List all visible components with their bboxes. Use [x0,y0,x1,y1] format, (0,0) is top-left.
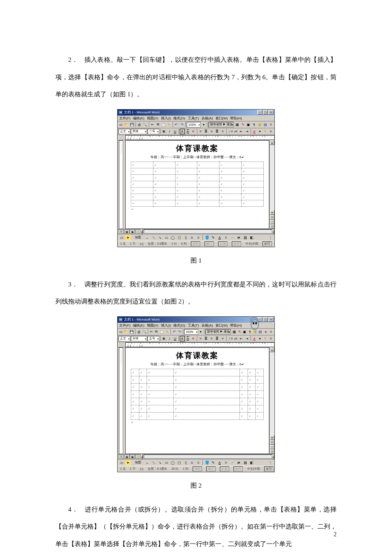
vertical-ruler[interactable]: - - - - - - - - - - - - [118,347,125,454]
select-objects-icon[interactable]: ➤ [125,235,131,240]
dash-style-icon[interactable]: ┄ [230,460,235,465]
shadow-icon[interactable]: ▨ [242,460,248,465]
menu-file[interactable]: 文件(F) [119,323,130,328]
line-color-icon[interactable]: ✎ [210,460,216,465]
menu-view[interactable]: 视图(V) [147,116,159,121]
bullets-icon[interactable]: •≡ [233,129,239,134]
helper-combo[interactable]: 新华省简 ▶ 播放 [205,329,231,335]
draw-menu-icon[interactable]: ▭ [119,235,124,240]
line-color-icon[interactable]: ✎ [210,235,216,240]
menu-edit[interactable]: 编辑(E) [133,116,144,121]
toolbar-more-icon[interactable]: ≡ [268,129,274,134]
numbering-icon[interactable]: ⋮≡ [228,129,233,134]
menu-edit[interactable]: 编辑(E) [133,323,144,328]
justify-icon[interactable]: ≣ [215,129,220,134]
maximize-button[interactable]: □ [263,317,268,322]
copy-icon[interactable]: ⧉ [154,329,159,335]
menu-window[interactable]: 窗口(W) [216,323,228,328]
horizontal-ruler[interactable]: ｜2｜｜4｜｜6｜｜8｜｜10｜｜12｜｜14｜｜16｜｜18｜｜20｜｜22｜… [118,135,274,140]
underline-icon[interactable]: U [173,129,178,134]
textbox-icon[interactable]: ▢ [176,235,182,240]
drawing-icon[interactable]: ✎ [237,329,242,335]
clipart-icon[interactable]: ☺ [196,235,201,240]
char-border-icon[interactable]: A [180,129,185,134]
rectangle-icon[interactable]: ▭ [164,460,169,465]
document-map-icon[interactable]: ▣ [242,329,247,335]
save-icon[interactable]: 💾 [129,329,134,335]
menu-table[interactable]: 表格(A) [202,116,213,121]
menu-tools[interactable]: 工具(T) [188,116,199,121]
document-page[interactable]: 体育课教案 年级：高一······学期：上学期···体育教师：孙华楚······… [125,140,269,229]
horizontal-scrollbar[interactable] [144,229,272,234]
clipart-icon[interactable]: ☺ [196,460,201,465]
font-color-draw-icon[interactable]: A [217,460,222,465]
paste-icon[interactable]: 📋 [161,122,166,127]
draw-menu-label[interactable]: 绘图 [135,235,141,240]
document-page[interactable]: 体育课教案 年级：高一······学期：上学期···体育教师：孙华楚······… [125,347,269,454]
justify-icon[interactable]: ≣ [215,336,220,341]
scroll-up-icon[interactable]: ▴ [270,140,274,145]
copy-icon[interactable]: ⧉ [156,122,161,127]
scroll-right-icon[interactable]: ▸ [272,229,274,234]
undo-icon[interactable]: ↶ [172,329,176,335]
font-size-combo[interactable]: 二号 [147,129,159,134]
wordart-icon[interactable]: A [189,460,195,465]
vertical-ruler[interactable]: - - - - - - - - - - [118,140,125,229]
columns-icon[interactable]: ▦ [232,329,236,335]
distribute-icon[interactable]: ≡ [220,129,225,134]
insert-table-icon[interactable]: ▦ [253,329,257,335]
outline-view-icon[interactable]: ⋮ [135,454,141,459]
document-map-icon[interactable]: ▣ [246,122,251,127]
align-left-icon[interactable]: ≡ [198,129,203,134]
highlight-icon[interactable]: ✎ [263,336,268,341]
shadow-icon[interactable]: ▨ [242,235,248,240]
prev-page-icon[interactable]: ± [270,215,274,220]
vertical-scrollbar[interactable]: ▴ ▾ ± ○ ∓ [269,347,274,454]
new-doc-icon[interactable]: ▭ [118,122,124,127]
open-icon[interactable]: 📂 [124,329,129,335]
char-scaling-icon[interactable]: ✕ [191,336,196,341]
fill-color-icon[interactable]: 🪣 [204,460,210,465]
font-combo[interactable]: 宋体 [131,336,147,341]
menu-format[interactable]: 格式(O) [173,116,185,121]
new-doc-icon[interactable]: ▭ [118,329,123,335]
increase-indent-icon[interactable]: ⇥ [245,336,250,341]
close-button[interactable]: × [268,110,274,115]
scroll-down-icon[interactable]: ▾ [270,435,274,440]
font-combo[interactable]: 黑体 [131,129,147,134]
menu-file[interactable]: 文件(F) [119,116,130,121]
next-page-icon[interactable]: ∓ [270,224,274,229]
dropdown-icon[interactable]: ▾ [199,329,203,335]
font-size-combo[interactable]: 五号 [147,336,159,341]
menu-table[interactable]: 表格(A) [202,323,213,328]
normal-view-icon[interactable]: ≡ [118,454,124,459]
align-right-icon[interactable]: ≡ [209,336,214,341]
menu-help[interactable]: 帮助(H) [230,116,242,121]
italic-icon[interactable]: I [167,336,172,341]
scroll-down-icon[interactable]: ▾ [270,210,274,215]
menu-window[interactable]: 窗口(W) [216,116,228,121]
menu-insert[interactable]: 插入(I) [161,116,171,121]
vertical-scrollbar[interactable]: ▴ ▾ ± ○ ∓ [269,140,274,229]
oval-icon[interactable]: ◯ [170,235,176,240]
insert-table-icon[interactable]: ▦ [257,122,262,127]
char-scaling-icon[interactable]: ✕ [191,129,196,134]
toolbar-more-icon[interactable]: ≡ [268,122,274,127]
cut-icon[interactable]: ✂ [149,329,153,335]
cut-icon[interactable]: ✂ [150,122,155,127]
arrow-style-icon[interactable]: ⇄ [236,460,242,465]
distribute-icon[interactable]: ≡ [220,336,225,341]
select-browse-icon[interactable]: ○ [270,220,274,224]
web-layout-icon[interactable]: ▦ [124,229,130,234]
menu-view[interactable]: 视图(V) [147,323,159,328]
dash-style-icon[interactable]: ┄ [230,235,235,240]
print-preview-icon[interactable]: 🔍 [142,329,147,335]
maximize-button[interactable]: □ [263,110,268,115]
undo-icon[interactable]: ↶ [174,122,179,127]
toolbar-more-icon[interactable]: ⋮ [268,235,273,240]
align-center-icon[interactable]: ≣ [204,336,209,341]
decrease-indent-icon[interactable]: ⇤ [239,129,244,134]
next-page-icon[interactable]: ∓ [270,449,274,454]
select-browse-icon[interactable]: ○ [270,445,274,449]
autoshapes-icon[interactable]: ⌄ [144,235,150,240]
